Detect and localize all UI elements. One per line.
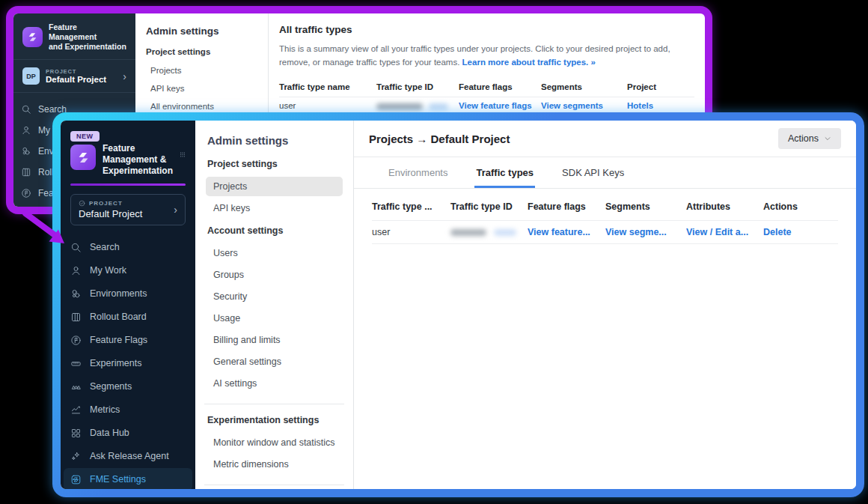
sidebar-item-data-hub[interactable]: Data Hub	[64, 422, 192, 444]
view-feature-flags-link[interactable]: View feature flags	[459, 101, 541, 110]
front-admin-settings-panel: Admin settings Project settings Projects…	[195, 121, 354, 489]
project-name: Default Project	[79, 208, 174, 219]
project-icon	[79, 200, 85, 207]
col-actions: Actions	[763, 201, 838, 212]
sidebar-item-search[interactable]: Search	[64, 236, 192, 258]
front-main-content: Projects → Default Project Actions Envir…	[354, 121, 856, 489]
sidebar-item-metrics[interactable]: Metrics	[64, 398, 192, 421]
chevron-down-icon	[824, 135, 831, 142]
tab-environments[interactable]: Environments	[387, 157, 449, 188]
admin-item-metric-dimensions[interactable]: Metric dimensions	[206, 455, 343, 474]
flag-icon	[70, 335, 82, 346]
sidebar-item-label: Ask Release Agent	[90, 451, 169, 461]
col-traffic-type-id: Traffic type ID	[450, 201, 528, 212]
col-feature-flags: Feature flags	[459, 82, 541, 91]
admin-section-heading: Account settings	[207, 225, 341, 236]
admin-item-ai-settings[interactable]: AI settings	[206, 374, 343, 393]
search-icon	[21, 104, 31, 115]
back-admin-section-heading: Project settings	[146, 47, 257, 56]
project-label: PROJECT	[89, 200, 123, 207]
back-app-title: Feature Management and Experimentation	[49, 22, 126, 52]
learn-more-link[interactable]: Learn more about traffic types. »	[462, 58, 596, 67]
admin-section-heading: Experimentation settings	[207, 415, 341, 425]
project-avatar: DP	[22, 67, 40, 85]
flag-icon	[21, 188, 31, 198]
admin-item-general-settings[interactable]: General settings	[206, 352, 343, 371]
front-app-frame: NEW Feature Management & Experimentation	[61, 121, 856, 489]
sidebar-item-fme-settings[interactable]: FME Settings	[64, 468, 192, 489]
actions-button-label: Actions	[788, 133, 819, 144]
admin-item-monitor-window[interactable]: Monitor window and statistics	[206, 433, 343, 452]
sidebar-item-my-work[interactable]: My Work	[64, 259, 192, 282]
back-admin-title: Admin settings	[146, 25, 257, 37]
admin-item-users[interactable]: Users	[206, 243, 343, 263]
back-page-title: All traffic types	[279, 24, 694, 35]
app-switcher-icon[interactable]	[180, 149, 186, 160]
sidebar-item-experiments[interactable]: Experiments	[64, 352, 192, 374]
divider	[13, 59, 135, 60]
sidebar-item-feature-flags[interactable]: Feature Flags	[64, 329, 192, 351]
view-segments-link[interactable]: View segme...	[605, 227, 686, 237]
sidebar-item-label: Rollout Board	[90, 312, 147, 322]
admin-item-projects[interactable]: Projects	[143, 62, 260, 79]
back-app-logo: Feature Management and Experimentation	[21, 19, 128, 58]
sidebar-item-label: Feature Flags	[90, 335, 147, 345]
front-sidebar-nav: Search My Work Environments Rollout Boar…	[70, 236, 186, 489]
project-link[interactable]: Hotels	[627, 101, 694, 110]
admin-item-billing-and-limits[interactable]: Billing and limits	[206, 330, 343, 350]
project-tabs: Environments Traffic types SDK API Keys	[354, 157, 856, 189]
col-project: Project	[627, 82, 694, 91]
back-page-description: This is a summary view of all your traff…	[279, 43, 694, 70]
sidebar-item-ask-release-agent[interactable]: Ask Release Agent	[64, 445, 192, 467]
col-attributes: Attributes	[686, 201, 763, 212]
front-admin-title: Admin settings	[207, 134, 341, 147]
view-feature-flags-link[interactable]: View feature...	[528, 227, 605, 237]
cell-traffic-type-id-redacted	[376, 101, 459, 110]
sidebar-item-label: Metrics	[90, 404, 120, 415]
tab-sdk-api-keys[interactable]: SDK API Keys	[560, 157, 626, 188]
admin-item-api-keys[interactable]: API keys	[206, 198, 343, 218]
sidebar-item-label: My Work	[90, 265, 126, 276]
sidebar-item-label: Data Hub	[90, 428, 129, 438]
admin-item-api-keys[interactable]: API keys	[143, 80, 260, 97]
breadcrumb: Projects → Default Project	[369, 133, 510, 145]
sidebar-item-environments[interactable]: Environments	[64, 282, 192, 305]
front-app-logo: Feature Management & Experimentation	[70, 143, 186, 177]
front-screenshot-window: NEW Feature Management & Experimentation	[52, 112, 864, 497]
new-badge: NEW	[70, 131, 100, 142]
admin-item-security[interactable]: Security	[206, 287, 343, 306]
actions-button[interactable]: Actions	[778, 128, 841, 149]
metrics-icon	[70, 404, 82, 416]
sidebar-item-segments[interactable]: Segments	[64, 375, 192, 398]
sidebar-item-label: Experiments	[90, 358, 141, 368]
admin-item-groups[interactable]: Groups	[206, 265, 343, 285]
purple-accent-divider	[70, 183, 186, 186]
cell-traffic-type-name: user	[279, 101, 376, 110]
sidebar-item-label: Search	[90, 242, 120, 252]
data-hub-icon	[70, 428, 82, 439]
front-traffic-table: Traffic type ... Traffic type ID Feature…	[354, 189, 856, 244]
back-project-selector[interactable]: DP PROJECT Default Project ›	[21, 61, 128, 91]
delete-link[interactable]: Delete	[763, 227, 838, 237]
sidebar-item-label: Segments	[90, 381, 132, 392]
front-project-selector[interactable]: PROJECT Default Project ›	[70, 194, 186, 225]
experiments-icon	[70, 358, 82, 369]
sidebar-item-rollout-board[interactable]: Rollout Board	[64, 306, 192, 328]
fme-logo-icon	[70, 145, 96, 170]
table-header-row: Traffic type ... Traffic type ID Feature…	[372, 193, 838, 220]
admin-item-usage[interactable]: Usage	[206, 309, 343, 328]
back-app-title-line1: Feature Management	[49, 22, 126, 42]
board-icon	[70, 312, 82, 323]
front-app-title-line2: Management &	[103, 154, 173, 166]
admin-item-projects[interactable]: Projects	[206, 177, 343, 196]
view-segments-link[interactable]: View segments	[541, 101, 627, 110]
tab-traffic-types[interactable]: Traffic types	[474, 157, 535, 188]
sidebar-item-label: FME Settings	[90, 474, 146, 485]
table-row: user View feature... View segme... View …	[372, 220, 838, 244]
front-sidebar: NEW Feature Management & Experimentation	[61, 121, 195, 489]
segments-icon	[70, 381, 82, 392]
person-icon	[21, 125, 31, 136]
annotation-arrow-icon	[18, 210, 72, 249]
view-edit-attributes-link[interactable]: View / Edit a...	[686, 227, 763, 237]
board-icon	[21, 167, 31, 177]
